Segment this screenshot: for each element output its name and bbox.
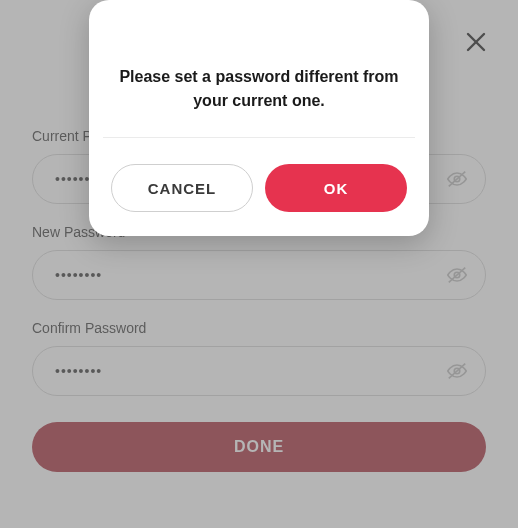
change-password-page: Current Password New Password	[0, 0, 518, 528]
ok-button[interactable]: OK	[265, 164, 407, 212]
alert-modal: Please set a password different from you…	[89, 0, 429, 236]
modal-divider	[103, 137, 415, 138]
modal-message: Please set a password different from you…	[89, 0, 429, 137]
modal-actions: CANCEL OK	[89, 164, 429, 212]
cancel-button[interactable]: CANCEL	[111, 164, 253, 212]
